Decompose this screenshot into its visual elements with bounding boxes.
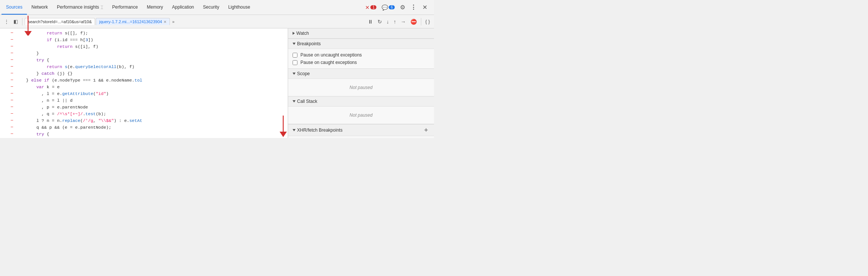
messages-button[interactable]: 💬 6 [380,4,396,11]
code-area[interactable]: − return s([], f); − if (i.id === h[3]) … [0,28,288,138]
pause-uncaught-row: Pause on uncaught exceptions [293,51,430,59]
breakpoints-section: Breakpoints Pause on uncaught exceptions… [288,39,434,69]
more-tabs-button[interactable]: » [171,19,176,25]
code-line: − q && p && (e = e.parentNode); [0,124,288,131]
pause-caught-label: Pause on caught exceptions [300,60,357,65]
toolbar-divider [22,18,22,25]
pause-uncaught-label: Pause on uncaught exceptions [300,52,362,58]
close-button[interactable]: ✕ [420,3,430,12]
tab-memory-label: Memory [147,4,163,10]
code-line: − l ? n = n.replace(/'/g, "\\$&") : e.se… [0,117,288,124]
xhr-header[interactable]: XHR/fetch Breakpoints + [288,124,434,136]
breakpoints-expand-icon [293,43,296,45]
main-content: − return s([], f); − if (i.id === h[3]) … [0,28,434,138]
code-line: − , n = l || d [0,97,288,104]
xhr-label: XHR/fetch Breakpoints [297,128,342,133]
code-line: − if (!q || p) [0,138,288,138]
xhr-section: XHR/fetch Breakpoints + Break when URL c… [288,124,434,138]
step-out-icon: ↑ [394,19,396,25]
code-line: − } else if (e.nodeType === 1 && e.nodeN… [0,77,288,84]
settings-button[interactable]: ⚙ [398,3,407,12]
scope-label: Scope [297,71,310,76]
breakpoints-label: Breakpoints [297,41,321,46]
file-tab-1-label: search?storeId=...=af10&us=af10& [28,19,92,24]
tab-performance-label: Performance [112,4,138,10]
xhr-add-button[interactable]: + [422,127,430,134]
tab-network-label: Network [31,4,48,10]
call-stack-label: Call Stack [297,99,317,104]
performance-insights-icon: ⌶ [101,5,103,9]
pause-button[interactable]: ⋮ [2,18,11,25]
code-line: − } catch (j) {} [0,70,288,77]
pause-resume-button[interactable]: ⏸ [366,18,375,26]
tab-sources[interactable]: Sources [1,0,27,15]
deactivate-button[interactable]: ⛔ [409,18,419,26]
step-over-button[interactable]: ↻ [376,18,384,26]
breakpoints-header[interactable]: Breakpoints [288,39,434,49]
tab-sources-label: Sources [6,4,22,10]
watch-section: Watch [288,28,434,39]
scope-expand-icon [293,73,296,75]
errors-count: 1 [370,5,376,9]
file-tab-2[interactable]: jquery-1.7.2.mi...=1612413623904 ✕ [96,18,170,25]
tab-performance-insights-label: Performance insights [57,4,99,10]
step-button[interactable]: → [399,18,408,26]
code-line: − try { [0,131,288,138]
tab-application[interactable]: Application [168,0,199,15]
code-line: − if (i.id === h[3]) [0,37,288,43]
tab-lighthouse-label: Lighthouse [228,4,250,10]
format-button[interactable]: { } [424,18,432,25]
call-stack-header[interactable]: Call Stack [288,96,434,107]
file-tab-1[interactable]: search?storeId=...=af10&us=af10& [25,18,95,25]
scope-body: Not paused [288,79,434,96]
gear-icon: ⚙ [400,4,405,11]
tab-security-label: Security [203,4,219,10]
step-icon: → [401,19,406,25]
error-icon: ✕ [365,4,370,10]
watch-label: Watch [296,31,309,36]
code-line: − try { [0,57,288,64]
code-line: − , q = /^\s*[+~]/.test(b); [0,111,288,117]
more-button[interactable]: ⋮ [409,3,418,12]
more-icon: ⋮ [410,4,416,11]
scope-section: Scope Not paused [288,69,434,96]
code-line: − var k = e [0,84,288,91]
deactivate-icon: ⛔ [410,19,417,25]
call-stack-section: Call Stack Not paused [288,96,434,124]
tab-performance[interactable]: Performance [108,0,143,15]
tab-lighthouse[interactable]: Lighthouse [224,0,255,15]
code-line: − , l = e.getAttribute("id") [0,91,288,97]
call-stack-expand-icon [293,100,296,102]
file-tab-2-label: jquery-1.7.2.mi...=1612413623904 [99,19,162,24]
scope-header[interactable]: Scope [288,69,434,79]
code-line: − } [0,50,288,57]
tab-security[interactable]: Security [199,0,224,15]
code-line: − return s(e.querySelectorAll(b), f) [0,64,288,70]
pause-caught-row: Pause on caught exceptions [293,59,430,66]
code-line: − return s([i], f) [0,43,288,50]
watch-header[interactable]: Watch [288,28,434,39]
errors-button[interactable]: ✕ 1 [364,4,378,11]
format-icon: { } [425,19,430,24]
step-into-icon: ↓ [386,19,389,25]
file-tab-2-close[interactable]: ✕ [163,20,166,24]
xhr-expand-icon [293,129,296,131]
tab-memory[interactable]: Memory [142,0,167,15]
code-panel: − return s([], f); − if (i.id === h[3]) … [0,28,288,138]
tab-performance-insights[interactable]: Performance insights ⌶ [52,0,108,15]
scope-status: Not paused [293,81,430,94]
watch-collapse-icon [293,32,295,35]
pause-uncaught-checkbox[interactable] [293,53,297,58]
step-into-button[interactable]: ↓ [385,18,391,26]
toggle-sidebar-button[interactable]: ◧ [12,18,20,25]
code-line: − , p = e.parentNode [0,104,288,111]
menu-icon: ⋮ [4,19,9,24]
code-line: − return s([], f); [0,30,288,37]
pause-caught-checkbox[interactable] [293,60,297,65]
sidebar-icon: ◧ [13,19,18,24]
pause-icon: ⏸ [368,19,373,25]
step-out-button[interactable]: ↑ [392,18,398,26]
more-tabs-icon: » [172,19,174,24]
messages-count: 6 [389,5,395,9]
tab-network[interactable]: Network [27,0,52,15]
